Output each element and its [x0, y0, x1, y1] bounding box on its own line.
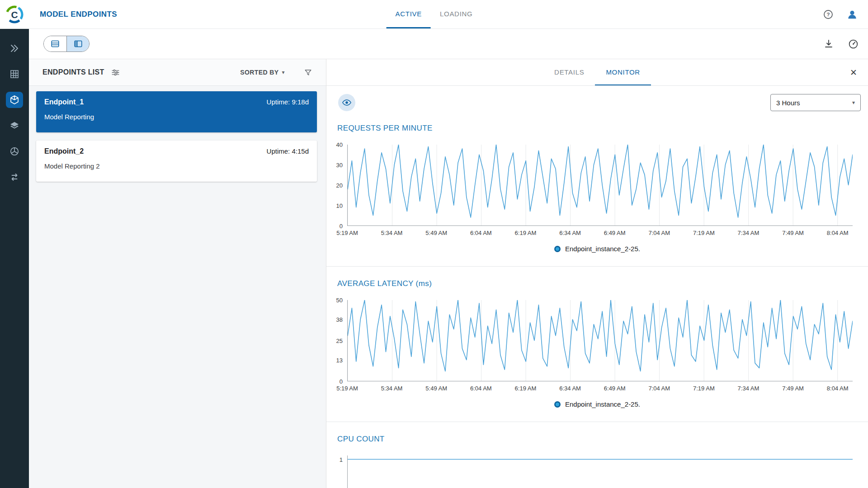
eye-icon	[342, 98, 352, 108]
help-icon: ?	[823, 9, 834, 20]
nav-item-model-endpoints[interactable]	[0, 87, 29, 113]
header-tabs: ACTIVE LOADING	[387, 0, 482, 28]
x-axis: 5:19 AM5:34 AM5:49 AM6:04 AM6:19 AM6:34 …	[347, 385, 853, 394]
chart-legend: Endpoint_instance_2-25.	[326, 400, 868, 408]
layers-icon	[6, 117, 23, 134]
requests-per-minute-chart: 010203040 5:19 AM5:34 AM5:49 AM6:04 AM6:…	[326, 145, 868, 239]
section-divider	[326, 422, 868, 422]
close-icon: ✕	[850, 68, 857, 77]
endpoint-card[interactable]: Endpoint_1 Uptime: 9:18d Model Reporting	[36, 91, 317, 132]
requests-per-minute-section: REQUESTS PER MINUTE 010203040 5:19 AM5:3…	[326, 124, 868, 253]
sorted-by-dropdown[interactable]: SORTED BY ▾	[240, 69, 285, 76]
endpoint-name: Endpoint_1	[44, 98, 84, 106]
model-endpoints-icon	[6, 92, 23, 108]
chevron-down-icon: ▾	[852, 99, 855, 106]
app-logo[interactable]: C	[0, 5, 29, 24]
chart-title: CPU COUNT	[337, 435, 868, 444]
nav-item-tables[interactable]	[0, 61, 29, 87]
series-label: Endpoint_instance_2-25.	[565, 400, 640, 408]
filter-button[interactable]	[304, 68, 312, 77]
svg-text:?: ?	[826, 12, 830, 17]
average-latency-chart: 013253850 5:19 AM5:34 AM5:49 AM6:04 AM6:…	[326, 300, 868, 394]
split-view-toggle[interactable]	[66, 36, 89, 52]
toolbar-actions	[823, 38, 859, 50]
toolbar	[29, 29, 868, 59]
section-divider	[326, 266, 868, 267]
download-icon	[823, 38, 834, 49]
cpu-count-chart: 1	[326, 455, 868, 488]
grid-icon	[6, 66, 23, 82]
monitor-panel: DETAILS MONITOR ✕	[326, 59, 868, 488]
endpoint-subtitle: Model Reporting	[44, 113, 309, 121]
endpoint-uptime: Uptime: 9:18d	[267, 98, 309, 106]
endpoints-list-title: ENDPOINTS LIST	[42, 68, 104, 76]
nav-item-layers[interactable]	[0, 113, 29, 138]
side-nav	[0, 29, 29, 488]
y-axis: 010203040	[326, 145, 347, 226]
monitor-controls: 3 Hours ▾	[326, 94, 868, 111]
nav-item-flows[interactable]	[0, 164, 29, 190]
view-toggle-group	[43, 36, 90, 52]
endpoint-subtitle: Model Reporting 2	[44, 162, 309, 170]
chart-plot	[347, 455, 853, 488]
tune-icon[interactable]	[111, 68, 120, 77]
close-panel-button[interactable]: ✕	[850, 67, 857, 78]
chart-plot	[347, 300, 853, 381]
cpu-count-section: CPU COUNT 1	[326, 435, 868, 488]
y-axis: 013253850	[326, 300, 347, 381]
tab-monitor[interactable]: MONITOR	[595, 59, 651, 85]
chevron-down-icon: ▾	[282, 69, 285, 75]
y-axis: 1	[326, 455, 347, 488]
chart-plot	[347, 145, 853, 226]
endpoint-card[interactable]: Endpoint_2 Uptime: 4:15d Model Reporting…	[36, 141, 317, 182]
chart-title: AVERAGE LATENCY (ms)	[337, 279, 868, 288]
endpoint-name: Endpoint_2	[44, 147, 84, 155]
filter-icon	[304, 68, 312, 77]
download-button[interactable]	[823, 38, 834, 49]
series-label: Endpoint_instance_2-25.	[565, 245, 640, 253]
app-header: C MODEL ENDPOINTS ACTIVE LOADING ?	[0, 0, 868, 29]
chart-legend: Endpoint_instance_2-25.	[326, 245, 868, 253]
monitor-content: 3 Hours ▾ REQUESTS PER MINUTE 010203040	[326, 86, 868, 488]
tab-details[interactable]: DETAILS	[543, 59, 595, 85]
table-view-icon	[50, 39, 60, 49]
table-view-toggle[interactable]	[44, 36, 66, 52]
endpoint-uptime: Uptime: 4:15d	[267, 147, 309, 155]
cloudera-logo-icon: C	[5, 5, 24, 24]
page-title: MODEL ENDPOINTS	[40, 10, 117, 19]
x-axis: 5:19 AM5:34 AM5:49 AM6:04 AM6:19 AM6:34 …	[347, 230, 853, 239]
fast-forward-icon	[6, 40, 23, 56]
svg-text:C: C	[11, 9, 18, 19]
endpoints-cards: Endpoint_1 Uptime: 9:18d Model Reporting…	[29, 86, 326, 182]
monitor-panel-header: DETAILS MONITOR ✕	[326, 59, 868, 86]
endpoints-list-panel: ENDPOINTS LIST SORTED BY ▾	[29, 59, 326, 488]
endpoints-list-header: ENDPOINTS LIST SORTED BY ▾	[29, 59, 326, 86]
resource-usage-icon	[848, 38, 859, 50]
chart-title: REQUESTS PER MINUTE	[337, 124, 868, 133]
series-dot-icon	[554, 246, 561, 252]
tab-loading[interactable]: LOADING	[431, 0, 481, 28]
series-dot-icon	[554, 401, 561, 408]
header-actions: ?	[823, 9, 868, 20]
time-range-value: 3 Hours	[776, 99, 800, 107]
segments-icon	[6, 143, 23, 160]
user-menu-button[interactable]	[846, 9, 858, 20]
tab-active[interactable]: ACTIVE	[387, 0, 431, 28]
time-range-select[interactable]: 3 Hours ▾	[770, 94, 861, 111]
average-latency-section: AVERAGE LATENCY (ms) 013253850 5:19 AM5:…	[326, 279, 868, 408]
nav-item-segments[interactable]	[0, 138, 29, 164]
sorted-by-label: SORTED BY	[240, 69, 278, 76]
visibility-toggle-button[interactable]	[338, 94, 355, 111]
split-view-icon	[73, 39, 83, 49]
resource-usage-button[interactable]	[848, 38, 859, 50]
flow-icon	[6, 169, 23, 185]
avatar-icon	[846, 9, 858, 20]
nav-item-jobs[interactable]	[0, 35, 29, 61]
help-button[interactable]: ?	[823, 9, 834, 20]
